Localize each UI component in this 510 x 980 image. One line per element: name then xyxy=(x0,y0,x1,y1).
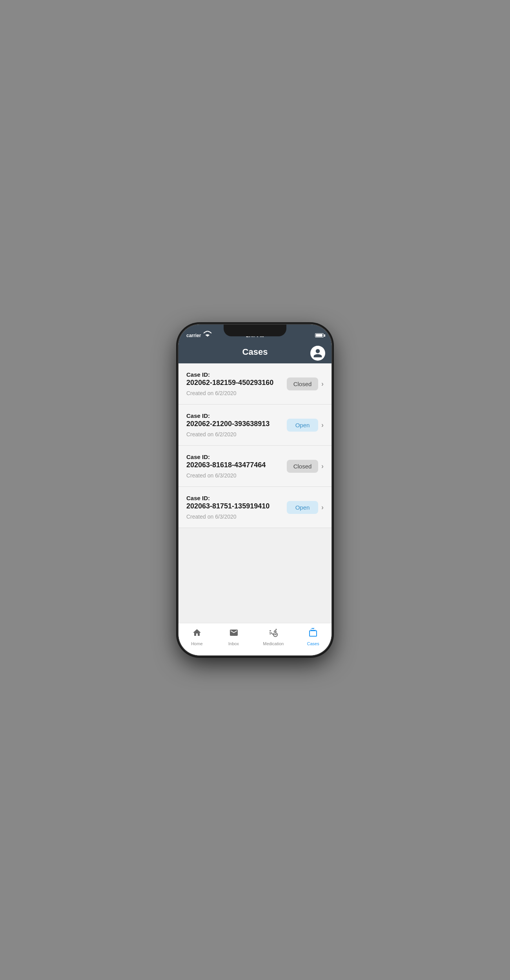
case-actions: Open › xyxy=(287,501,324,514)
case-created-date: Created on 6/2/2020 xyxy=(186,390,287,396)
cases-nav-label: Cases xyxy=(307,641,319,646)
status-badge[interactable]: Open xyxy=(287,501,318,514)
chevron-right-icon: › xyxy=(321,462,324,470)
case-actions: Open › xyxy=(287,419,324,432)
case-id-number: 202063-81618-43477464 xyxy=(186,461,287,469)
medication-nav-label: Medication xyxy=(263,641,284,646)
cases-icon xyxy=(308,628,318,640)
chevron-right-icon: › xyxy=(321,503,324,512)
page-title: Cases xyxy=(242,347,268,357)
bottom-nav: Home Inbox xyxy=(178,623,332,655)
case-item[interactable]: Case ID: 202062-21200-393638913 Created … xyxy=(178,405,332,446)
inbox-icon xyxy=(229,628,239,640)
case-created-date: Created on 6/3/2020 xyxy=(186,472,287,479)
case-created-date: Created on 6/3/2020 xyxy=(186,514,287,520)
case-actions: Closed › xyxy=(287,377,324,390)
medication-icon xyxy=(269,628,278,640)
chevron-right-icon: › xyxy=(321,421,324,429)
user-icon xyxy=(313,348,323,358)
phone-shell: carrier 2:47 PM Cases xyxy=(178,325,332,655)
case-item[interactable]: Case ID: 202063-81751-135919410 Created … xyxy=(178,487,332,528)
case-id-label: Case ID: xyxy=(186,412,287,419)
nav-item-medication[interactable]: Medication xyxy=(257,626,290,648)
app-header: Cases xyxy=(178,343,332,363)
case-id-label: Case ID: xyxy=(186,454,287,460)
case-item[interactable]: Case ID: 202063-81618-43477464 Created o… xyxy=(178,446,332,487)
carrier-text: carrier xyxy=(186,333,201,338)
case-info: Case ID: 202063-81618-43477464 Created o… xyxy=(186,454,287,479)
home-nav-label: Home xyxy=(191,641,202,646)
status-badge[interactable]: Closed xyxy=(287,460,318,473)
case-id-number: 202062-21200-393638913 xyxy=(186,420,287,428)
phone-notch xyxy=(224,325,286,336)
battery-icon xyxy=(315,333,324,338)
case-id-number: 202063-81751-135919410 xyxy=(186,502,287,510)
case-item[interactable]: Case ID: 202062-182159-450293160 Created… xyxy=(178,363,332,405)
chevron-right-icon: › xyxy=(321,380,324,388)
nav-item-inbox[interactable]: Inbox xyxy=(220,626,248,648)
nav-item-home[interactable]: Home xyxy=(183,626,211,648)
case-id-number: 202062-182159-450293160 xyxy=(186,379,287,387)
case-info: Case ID: 202063-81751-135919410 Created … xyxy=(186,495,287,520)
status-bar-left: carrier xyxy=(186,330,212,341)
home-icon xyxy=(192,628,202,640)
status-badge[interactable]: Closed xyxy=(287,377,318,390)
case-id-label: Case ID: xyxy=(186,495,287,501)
inbox-nav-label: Inbox xyxy=(228,641,239,646)
case-actions: Closed › xyxy=(287,460,324,473)
phone-screen: carrier 2:47 PM Cases xyxy=(178,325,332,655)
nav-item-cases[interactable]: Cases xyxy=(299,626,327,648)
case-created-date: Created on 6/2/2020 xyxy=(186,431,287,437)
case-info: Case ID: 202062-182159-450293160 Created… xyxy=(186,371,287,396)
status-badge[interactable]: Open xyxy=(287,419,318,432)
wifi-icon xyxy=(203,330,212,341)
status-bar-right xyxy=(315,333,324,338)
case-id-label: Case ID: xyxy=(186,371,287,378)
case-info: Case ID: 202062-21200-393638913 Created … xyxy=(186,412,287,437)
cases-list: Case ID: 202062-182159-450293160 Created… xyxy=(178,363,332,623)
avatar[interactable] xyxy=(310,346,325,361)
